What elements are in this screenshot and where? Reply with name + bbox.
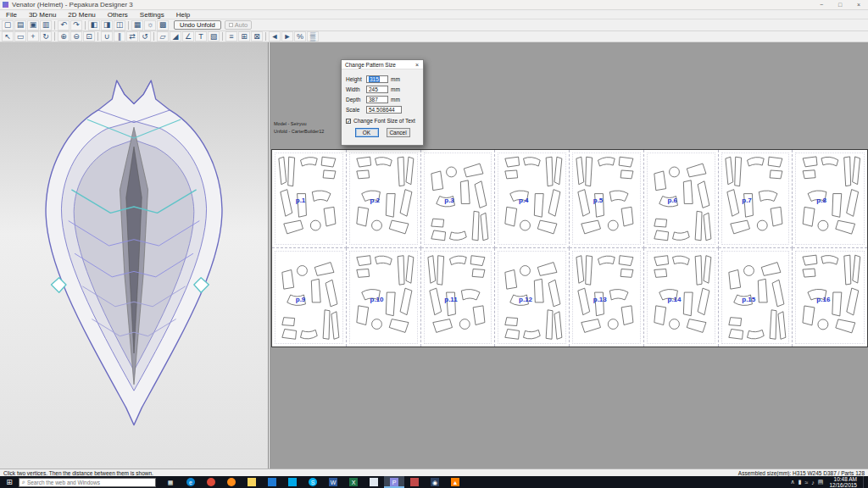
show-both-windows-button[interactable]: ◫ (114, 20, 125, 30)
3d-viewport[interactable] (0, 42, 269, 469)
network-icon[interactable]: ≈ (804, 480, 808, 485)
close-button[interactable]: × (849, 0, 868, 10)
zoom-out-button[interactable]: ⊖ (70, 31, 82, 42)
menu-settings[interactable]: Settings (134, 11, 170, 19)
pattern-page[interactable]: p.7 (719, 150, 793, 248)
measure-distance-button[interactable]: ∠ (182, 31, 194, 42)
maximize-button[interactable]: □ (831, 0, 849, 10)
rotate-part-button[interactable]: ↻ (40, 31, 52, 42)
pattern-page[interactable]: p.5 (570, 150, 644, 248)
redo-button[interactable]: ↷ (70, 20, 82, 30)
pattern-page[interactable]: p.13 (570, 248, 644, 347)
undo-button[interactable]: ↶ (58, 20, 70, 30)
new-file-button[interactable]: ▢ (2, 20, 14, 30)
volume-icon[interactable]: ♪ (811, 480, 815, 485)
pattern-page[interactable]: p.6 (644, 150, 719, 248)
depth-field[interactable]: 387 (366, 96, 388, 103)
divide-edge-button[interactable]: ∥ (114, 31, 125, 42)
pattern-page[interactable]: p.11 (421, 248, 496, 347)
add-image-button[interactable]: ▧ (208, 31, 220, 42)
prev-page-button[interactable]: ◄ (269, 31, 281, 42)
height-field[interactable]: 315 (366, 75, 388, 83)
action-center-icon[interactable]: ▤ (818, 479, 824, 485)
zoom-in-button[interactable]: ⊕ (58, 31, 70, 42)
show-2d-window-button[interactable]: ◨ (101, 20, 113, 30)
pattern-page[interactable]: p.2 (347, 150, 421, 248)
grid-setting-button[interactable]: ⊞ (238, 31, 250, 42)
pattern-page[interactable]: p.9 (272, 248, 347, 347)
select-tool-button[interactable]: ↖ (2, 31, 14, 42)
print-button[interactable]: ▥ (40, 20, 52, 30)
search-input[interactable] (27, 480, 153, 485)
box-select-tool-button[interactable]: ▭ (14, 31, 26, 42)
taskbar-pepakura-button[interactable]: P (384, 476, 404, 488)
taskbar-clock[interactable]: 10:48 AM 12/16/2015 (826, 476, 860, 488)
part-order-button[interactable]: ≡ (225, 31, 237, 42)
pattern-page[interactable]: p.14 (644, 248, 719, 347)
menu-2d[interactable]: 2D Menu (62, 11, 101, 19)
arrange-parts-button[interactable]: ▒ (307, 31, 319, 42)
taskbar-excel-button[interactable]: X (343, 476, 364, 488)
lock-part-button[interactable]: ⊠ (251, 31, 263, 42)
next-page-button[interactable]: ► (281, 31, 293, 42)
menu-help[interactable]: Help (170, 11, 196, 19)
taskbar-file-explorer-button[interactable] (242, 476, 262, 488)
add-image-icon: ▧ (210, 33, 218, 41)
zoom-fit-button[interactable]: ⊡ (83, 31, 95, 42)
start-button[interactable]: ⊞ (0, 476, 19, 488)
edge-color-button[interactable]: ▱ (157, 31, 169, 42)
ok-button[interactable]: OK (355, 128, 379, 137)
taskbar-store-button[interactable] (282, 476, 303, 488)
taskbar-skype-button[interactable]: S (303, 476, 323, 488)
taskbar-task-view-button[interactable]: ▦ (160, 476, 181, 488)
pattern-page[interactable]: p.16 (793, 248, 867, 347)
light-setting-button[interactable]: ☼ (144, 20, 156, 30)
pattern-page[interactable]: p.12 (495, 248, 570, 347)
undo-unfold-button[interactable]: Undo Unfold (174, 20, 221, 30)
taskbar-word-button[interactable]: W (323, 476, 343, 488)
auto-toggle-button[interactable]: Auto (225, 20, 252, 30)
taskbar-photos-button[interactable] (262, 476, 282, 488)
taskbar-notepad-button[interactable] (364, 476, 384, 488)
font-size-checkbox[interactable]: ✓ (346, 119, 351, 124)
pattern-page[interactable]: p.4 (495, 150, 570, 248)
menu-3d[interactable]: 3D Menu (23, 11, 62, 19)
taskbar-steam-button[interactable]: ◉ (425, 476, 445, 488)
flip-part-button[interactable]: ⇄ (126, 31, 138, 42)
show-flaps-button[interactable]: ◢ (170, 31, 181, 42)
rotate-left-button[interactable]: ↺ (139, 31, 151, 42)
pattern-page[interactable]: p.10 (347, 248, 421, 347)
pattern-page[interactable]: p.15 (719, 248, 793, 347)
wireframe-view-button[interactable]: ▩ (157, 20, 169, 30)
width-field[interactable]: 245 (366, 86, 388, 93)
texture-view-button[interactable]: ▦ (131, 20, 143, 30)
dialog-close-icon[interactable]: × (411, 60, 423, 69)
taskbar-firefox-button[interactable] (221, 476, 242, 488)
hidden-icons-icon[interactable]: ∧ (791, 479, 795, 485)
join-edge-button[interactable]: ∪ (101, 31, 113, 42)
scale-setting-button[interactable]: % (294, 31, 306, 42)
menu-file[interactable]: File (0, 11, 23, 19)
taskbar-chrome-button[interactable] (201, 476, 221, 488)
minimize-button[interactable]: − (812, 0, 831, 10)
open-file-button[interactable]: ▤ (14, 20, 26, 30)
font-size-checkbox-row[interactable]: ✓ Change Font Size of Text (346, 118, 419, 124)
save-file-icon: ▣ (30, 21, 37, 29)
pattern-page[interactable]: p.1 (272, 150, 347, 248)
taskbar-paint-button[interactable] (404, 476, 425, 488)
add-text-button[interactable]: T (195, 31, 207, 42)
show-desktop-button[interactable] (863, 476, 866, 488)
taskbar-search[interactable]: ⌕ (19, 478, 156, 487)
pattern-page[interactable]: p.8 (793, 150, 867, 248)
move-part-button[interactable]: + (27, 31, 39, 42)
show-3d-window-button[interactable]: ◧ (88, 20, 100, 30)
scale-field[interactable]: 54.508644 (366, 106, 402, 114)
pattern-page[interactable]: p.3 (421, 150, 496, 248)
cancel-button[interactable]: Cancel (387, 128, 410, 137)
taskbar-edge-button[interactable]: e (181, 476, 201, 488)
dialog-title-bar[interactable]: Change Pattern Size × (342, 60, 423, 69)
battery-icon[interactable]: ▮ (798, 479, 802, 485)
menu-others[interactable]: Others (102, 11, 134, 19)
taskbar-vlc-button[interactable]: ▲ (445, 476, 465, 488)
save-file-button[interactable]: ▣ (27, 20, 39, 30)
